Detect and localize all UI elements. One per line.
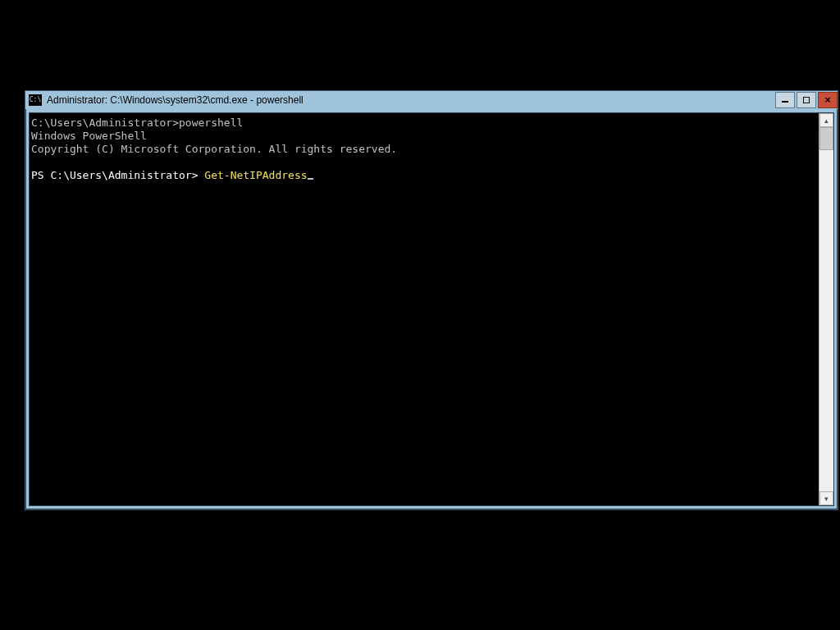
scroll-up-button[interactable]: ▴: [819, 113, 833, 127]
scroll-track[interactable]: [819, 127, 833, 491]
close-button[interactable]: ×: [818, 92, 838, 108]
text-cursor: [308, 178, 313, 180]
ps-banner-1: Windows PowerShell: [31, 130, 147, 142]
chevron-up-icon: ▴: [824, 116, 829, 125]
cmd-icon: C:\: [29, 94, 42, 106]
console-output[interactable]: C:\Users\Administrator>powershell Window…: [30, 113, 819, 505]
cmd-window: C:\ Administrator: C:\Windows\system32\c…: [25, 90, 838, 510]
ps-prompt: PS C:\Users\Administrator>: [31, 169, 204, 181]
cmd-command: powershell: [179, 116, 243, 129]
ps-command: Get-NetIPAddress: [204, 169, 307, 181]
window-title: Administrator: C:\Windows\system32\cmd.e…: [47, 94, 304, 106]
minimize-button[interactable]: [775, 92, 795, 108]
ps-banner-2: Copyright (C) Microsoft Corporation. All…: [31, 143, 397, 155]
close-icon: ×: [824, 94, 831, 105]
maximize-button[interactable]: [797, 92, 816, 108]
chevron-down-icon: ▾: [824, 495, 829, 503]
window-controls: ×: [774, 92, 838, 108]
client-area: C:\Users\Administrator>powershell Window…: [29, 112, 834, 506]
titlebar[interactable]: C:\ Administrator: C:\Windows\system32\c…: [25, 91, 838, 109]
scroll-thumb[interactable]: [819, 127, 833, 150]
vertical-scrollbar[interactable]: ▴ ▾: [819, 113, 833, 505]
scroll-down-button[interactable]: ▾: [819, 491, 833, 505]
cmd-prompt: C:\Users\Administrator>: [31, 116, 179, 129]
